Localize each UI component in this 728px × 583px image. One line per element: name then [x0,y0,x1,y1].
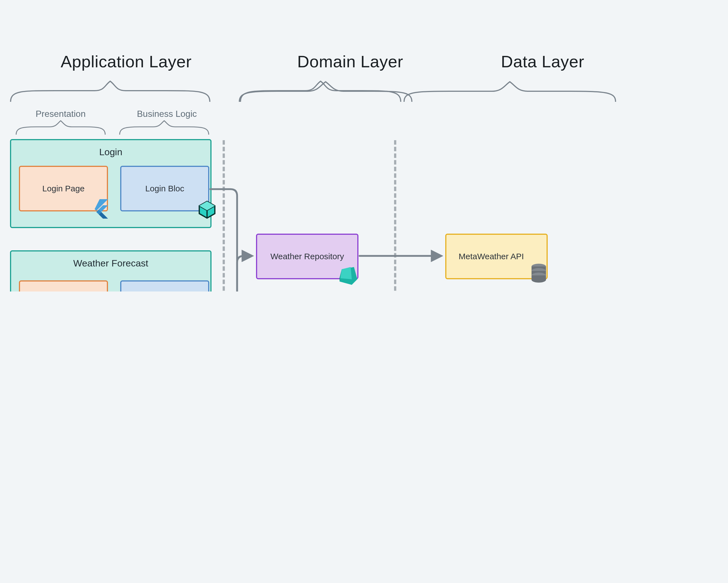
business-logic-sublabel: Business Logic [137,109,197,119]
arrow-weather-to-weather-repo [210,256,252,292]
data-layer-title: Data Layer [501,52,584,71]
flutter-logo-icon [95,199,109,220]
presentation-sublabel: Presentation [35,109,86,119]
application-layer-title: Application Layer [61,52,192,71]
feature-login-title: Login [11,147,210,158]
cube-icon [198,200,217,220]
domain-layer-title: Domain Layer [297,52,403,71]
login-bloc: Login Bloc [120,166,209,211]
database-icon [531,264,548,284]
divider-app-domain [223,140,225,292]
dart-logo-icon [338,266,359,286]
weather-forecast-page: Weather Forecast Page [19,281,108,292]
feature-weather-title: Weather Forecast [11,258,210,269]
architecture-diagram: Application Layer Domain Layer Data Laye… [0,0,728,292]
weather-forecast-bloc: Weather Forecast Bloc [120,281,209,292]
divider-domain-data [394,140,396,292]
